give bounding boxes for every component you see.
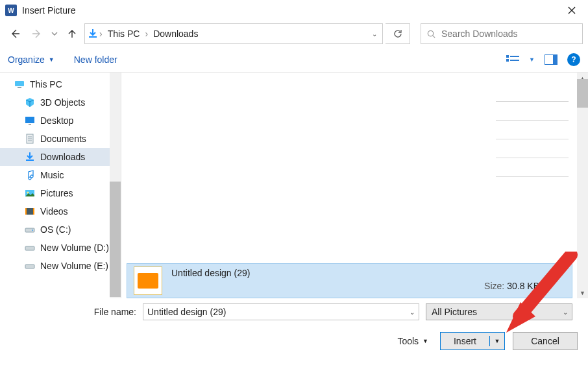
tree-item-os-c[interactable]: OS (C:)	[0, 220, 110, 239]
music-icon	[25, 170, 35, 180]
chevron-down-icon[interactable]: ⌄	[563, 309, 568, 316]
view-list-icon[interactable]	[506, 53, 520, 67]
tree-item-3d-objects[interactable]: 3D Objects	[0, 93, 110, 112]
file-name: Untitled design (29)	[171, 268, 565, 278]
svg-point-20	[32, 230, 33, 231]
organize-menu[interactable]: Organize ▼	[8, 54, 55, 65]
tree-scroll-thumb[interactable]	[110, 182, 121, 297]
breadcrumb-this-pc[interactable]: This PC	[104, 29, 144, 39]
svg-rect-0	[89, 36, 97, 38]
nav-bar: › This PC › Downloads ⌄	[0, 21, 588, 47]
cancel-button[interactable]: Cancel	[513, 332, 578, 350]
svg-rect-10	[25, 117, 34, 123]
body: ▲ This PC 3D Objects Desktop Documents D…	[0, 73, 588, 298]
insert-button-main[interactable]: Insert	[441, 336, 490, 346]
file-size-label: Size:	[484, 281, 504, 291]
tree-item-videos[interactable]: Videos	[0, 202, 110, 220]
view-dropdown-icon[interactable]: ▼	[529, 56, 535, 63]
placeholder-lines	[496, 101, 569, 195]
content-scroll-down-icon[interactable]: ▼	[577, 287, 588, 298]
nav-tree: ▲ This PC 3D Objects Desktop Documents D…	[0, 73, 121, 298]
window-title: Insert Picture	[22, 5, 558, 16]
breadcrumb-downloads[interactable]: Downloads	[149, 29, 202, 39]
close-button[interactable]	[558, 0, 585, 21]
filename-value: Untitled design (29)	[147, 307, 226, 317]
filter-value: All Pictures	[432, 307, 477, 317]
download-icon	[25, 152, 35, 162]
forward-button[interactable]	[27, 24, 47, 43]
organize-label: Organize	[8, 54, 45, 65]
downloads-folder-icon	[88, 29, 98, 39]
tree-item-new-volume-e[interactable]: New Volume (E:)	[0, 257, 110, 275]
file-size-value: 30.8 KB	[507, 281, 539, 291]
svg-rect-17	[25, 208, 27, 215]
file-type-filter[interactable]: All Pictures ⌄	[426, 303, 572, 320]
refresh-button[interactable]	[386, 23, 410, 44]
drive-icon	[25, 261, 35, 271]
svg-rect-21	[25, 246, 34, 250]
help-icon[interactable]: ?	[567, 53, 580, 66]
content-pane: Untitled design (29) Size: 30.8 KB ▲ ▼	[121, 73, 588, 298]
file-item-selected[interactable]: Untitled design (29) Size: 30.8 KB	[127, 263, 572, 298]
svg-point-1	[428, 30, 433, 36]
tools-label: Tools	[397, 336, 419, 346]
tree-item-documents[interactable]: Documents	[0, 130, 110, 148]
drive-icon	[25, 224, 35, 235]
svg-rect-7	[553, 54, 557, 64]
toolbar: Organize ▼ New folder ▼ ?	[0, 47, 588, 73]
tree-item-new-volume-d[interactable]: New Volume (D:)	[0, 239, 110, 257]
svg-rect-2	[506, 55, 509, 58]
svg-rect-5	[510, 60, 519, 61]
svg-rect-11	[29, 124, 31, 124]
svg-rect-18	[33, 208, 34, 215]
filename-combobox[interactable]: Untitled design (29) ⌄	[143, 303, 419, 320]
preview-pane-icon[interactable]	[544, 53, 558, 67]
path-dropdown-icon[interactable]: ⌄	[372, 30, 377, 38]
svg-point-15	[27, 192, 29, 194]
pc-icon	[14, 79, 25, 89]
content-scroll-thumb[interactable]	[577, 79, 588, 108]
svg-rect-4	[506, 59, 509, 62]
drive-icon	[25, 243, 35, 253]
document-icon	[25, 134, 35, 144]
back-button[interactable]	[5, 24, 25, 43]
svg-rect-13	[26, 160, 34, 161]
tree-item-desktop[interactable]: Desktop	[0, 112, 110, 130]
search-icon	[426, 29, 436, 39]
tree-item-pictures[interactable]: Pictures	[0, 184, 110, 202]
search-input[interactable]	[440, 28, 577, 40]
tools-menu[interactable]: Tools ▼	[397, 336, 428, 346]
svg-rect-8	[15, 81, 24, 86]
address-bar[interactable]: › This PC › Downloads ⌄	[84, 23, 383, 44]
svg-rect-16	[25, 208, 34, 215]
videos-icon	[25, 206, 35, 217]
svg-rect-9	[18, 87, 21, 88]
tree-item-music[interactable]: Music	[0, 166, 110, 184]
svg-rect-22	[25, 265, 34, 268]
tree-item-downloads[interactable]: Downloads	[0, 148, 110, 166]
word-app-icon: W	[5, 5, 17, 16]
tree-this-pc[interactable]: This PC	[0, 75, 110, 93]
new-folder-button[interactable]: New folder	[74, 54, 117, 65]
chevron-down-icon[interactable]: ⌄	[410, 309, 415, 316]
insert-button[interactable]: Insert ▼	[440, 332, 505, 350]
title-bar: W Insert Picture	[0, 0, 588, 21]
svg-rect-3	[510, 56, 519, 57]
desktop-icon	[25, 115, 35, 126]
footer: File name: Untitled design (29) ⌄ All Pi…	[0, 298, 588, 359]
cube-icon	[25, 97, 35, 108]
pictures-icon	[25, 188, 35, 198]
file-thumbnail-icon	[134, 266, 162, 295]
insert-button-dropdown[interactable]: ▼	[490, 338, 504, 344]
up-button[interactable]	[62, 24, 82, 43]
search-box[interactable]	[421, 23, 583, 44]
filename-label: File name:	[10, 307, 136, 317]
history-dropdown[interactable]	[49, 24, 60, 43]
